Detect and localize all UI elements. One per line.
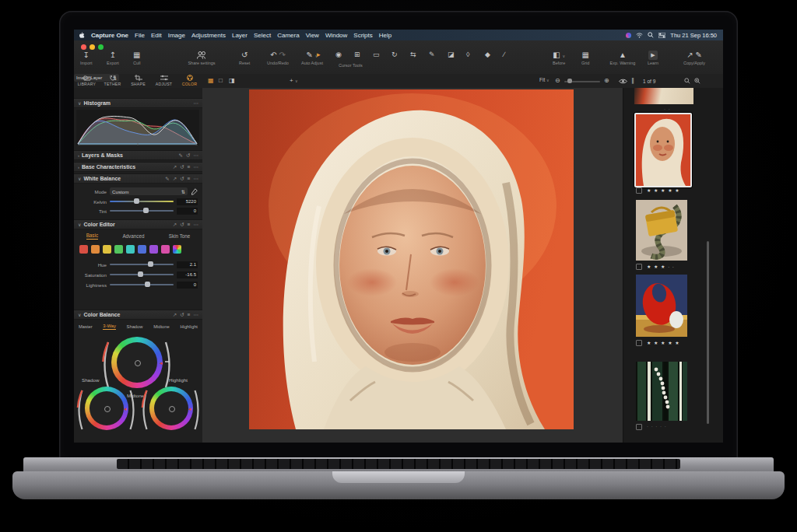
highlight-color-wheel[interactable] bbox=[149, 387, 193, 430]
tab-highlight[interactable]: Highlight bbox=[180, 324, 198, 329]
thumbnail-hooded-portrait[interactable] bbox=[634, 113, 692, 187]
menu-view[interactable]: View bbox=[306, 32, 319, 39]
tab-advanced[interactable]: Advanced bbox=[122, 233, 144, 239]
reset-adjustments-button[interactable]: ↺Reset bbox=[239, 51, 250, 65]
menu-window[interactable]: Window bbox=[325, 32, 347, 39]
status-orb-icon[interactable] bbox=[626, 33, 631, 38]
tab-adjust[interactable]: ADJUST bbox=[151, 75, 177, 86]
menu-edit[interactable]: Edit bbox=[151, 32, 162, 39]
select-tool[interactable]: ▸ bbox=[317, 51, 321, 58]
auto-adjust-button[interactable]: ✎ ∨ Auto Adjust bbox=[298, 51, 326, 65]
swatch-all-colors[interactable] bbox=[173, 245, 181, 254]
zoom-out-icon[interactable]: ⊖ bbox=[555, 77, 560, 84]
thumbnail-cactus-pearls[interactable] bbox=[636, 362, 687, 421]
hue-value[interactable]: 2.1 bbox=[177, 261, 198, 268]
thumb1-checkbox[interactable] bbox=[636, 187, 642, 194]
highlight-left-arc-slider[interactable] bbox=[140, 387, 148, 432]
reset-icon[interactable]: ↺ bbox=[180, 176, 184, 182]
tab-library[interactable]: LIBRARY bbox=[74, 75, 100, 86]
tab-skin-tone[interactable]: Skin Tone bbox=[169, 233, 191, 239]
pan-tool[interactable]: ◉ bbox=[335, 51, 342, 58]
proof-eye-icon[interactable] bbox=[619, 79, 627, 84]
single-view-icon[interactable]: □ bbox=[219, 77, 223, 84]
zoom-tool[interactable]: ⊞ bbox=[354, 51, 360, 58]
grid-button[interactable]: ▦Grid bbox=[581, 51, 589, 65]
redo-icon[interactable]: ↷ bbox=[279, 51, 285, 59]
undo-redo-button[interactable]: ↶ ↷ Undo/Redo bbox=[264, 51, 292, 65]
add-layer-button[interactable]: + ∨ bbox=[290, 77, 298, 84]
apple-icon[interactable] bbox=[79, 32, 85, 39]
search-icon[interactable] bbox=[648, 32, 654, 38]
thumbnail-yellow-bag-snake[interactable] bbox=[636, 200, 687, 261]
tab-tether[interactable]: TETHER bbox=[100, 75, 125, 86]
rating-partial[interactable]: · · bbox=[664, 107, 671, 111]
preset-icon[interactable]: ≡ bbox=[188, 222, 191, 228]
filter-icon[interactable]: ∥ bbox=[631, 77, 634, 84]
wb-eyedropper-icon[interactable] bbox=[191, 188, 198, 195]
midtone-color-wheel[interactable] bbox=[111, 337, 163, 388]
reset-icon[interactable]: ↺ bbox=[180, 222, 184, 228]
more-icon[interactable]: ⋯ bbox=[194, 164, 199, 170]
thumbnail-partial[interactable] bbox=[634, 88, 693, 104]
main-image-hooded-portrait[interactable] bbox=[249, 89, 574, 429]
before-after-button[interactable]: ◧ ∨Before bbox=[553, 51, 565, 65]
menu-help[interactable]: Help bbox=[379, 32, 391, 39]
copy-icon[interactable]: ↗ bbox=[173, 176, 177, 182]
white-balance-panel-header[interactable]: ∨ White Balance ✎↗↺≡⋯ bbox=[74, 173, 202, 184]
thumb1-rating[interactable]: ★ ★ ★ ★ ★ bbox=[647, 187, 680, 193]
preset-icon[interactable]: ≡ bbox=[188, 176, 191, 182]
thumb3-rating[interactable]: ★ ★ ★ ★ ★ bbox=[647, 340, 680, 345]
shadow-color-wheel[interactable] bbox=[85, 387, 128, 430]
learn-button[interactable]: ▶Learn bbox=[648, 51, 658, 65]
saturation-slider[interactable] bbox=[110, 274, 174, 275]
preset-icon[interactable]: ≡ bbox=[188, 312, 191, 318]
shadow-left-arc-slider[interactable] bbox=[75, 387, 83, 432]
shadow-right-arc-slider[interactable] bbox=[129, 387, 137, 432]
tint-value[interactable]: 0 bbox=[177, 208, 198, 215]
undo-icon[interactable]: ↶ bbox=[270, 51, 276, 59]
menu-scripts[interactable]: Scripts bbox=[353, 32, 372, 39]
menu-adjustments[interactable]: Adjustments bbox=[191, 32, 226, 39]
zoom-window-button[interactable] bbox=[98, 44, 104, 50]
menu-select[interactable]: Select bbox=[254, 32, 271, 39]
highlight-right-arc-slider[interactable] bbox=[194, 387, 202, 432]
tab-3way[interactable]: 3-Way bbox=[103, 324, 116, 330]
straighten-tool[interactable]: ⇆ bbox=[410, 51, 416, 58]
erase-mask-tool[interactable]: ◪ bbox=[448, 51, 455, 58]
wifi-icon[interactable] bbox=[636, 33, 643, 38]
more-icon[interactable]: ⋯ bbox=[194, 312, 199, 318]
tab-master[interactable]: Master bbox=[79, 324, 93, 329]
more-icon[interactable]: ⋯ bbox=[194, 152, 199, 159]
fit-zoom-select[interactable]: Fit ∨ bbox=[539, 77, 549, 82]
swatch-orange[interactable] bbox=[91, 245, 100, 254]
heal-tool[interactable]: ◊ bbox=[466, 51, 469, 58]
swatch-green[interactable] bbox=[114, 245, 123, 254]
close-window-button[interactable] bbox=[81, 44, 86, 50]
control-center-icon[interactable] bbox=[658, 33, 665, 38]
thumb2-checkbox[interactable] bbox=[636, 264, 642, 270]
saturation-value[interactable]: -16.5 bbox=[177, 271, 198, 278]
copy-icon[interactable]: ↗ bbox=[173, 312, 177, 318]
thumb4-checkbox[interactable] bbox=[636, 424, 642, 430]
brush-icon[interactable]: ✎ bbox=[179, 152, 183, 159]
tint-slider[interactable] bbox=[110, 210, 174, 212]
kelvin-value[interactable]: 5220 bbox=[177, 198, 198, 205]
menu-layer[interactable]: Layer bbox=[232, 32, 248, 39]
wb-mode-select[interactable]: Custom⇅ bbox=[110, 187, 188, 195]
reset-icon[interactable]: ↺ bbox=[180, 312, 184, 318]
swatch-red[interactable] bbox=[79, 245, 88, 254]
color-picker-tool[interactable]: ∕ bbox=[504, 51, 505, 58]
more-icon[interactable]: ⋯ bbox=[194, 100, 199, 107]
color-editor-panel-header[interactable]: ∨ Color Editor ↗↺≡⋯ bbox=[74, 219, 202, 229]
cull-button[interactable]: ▦Cull bbox=[133, 51, 140, 65]
thumb2-rating[interactable]: ★ ★ ★ · · bbox=[647, 264, 675, 269]
tab-basic[interactable]: Basic bbox=[86, 233, 98, 240]
swatch-yellow[interactable] bbox=[103, 245, 111, 254]
kelvin-slider[interactable] bbox=[110, 201, 174, 202]
lightness-slider[interactable] bbox=[110, 284, 174, 285]
menu-camera[interactable]: Camera bbox=[277, 32, 299, 39]
preset-icon[interactable]: ≡ bbox=[188, 164, 191, 170]
exposure-warning-button[interactable]: ▲Exp. Warning bbox=[606, 51, 640, 65]
menu-image[interactable]: Image bbox=[168, 32, 185, 39]
thumb3-checkbox[interactable] bbox=[636, 340, 642, 346]
